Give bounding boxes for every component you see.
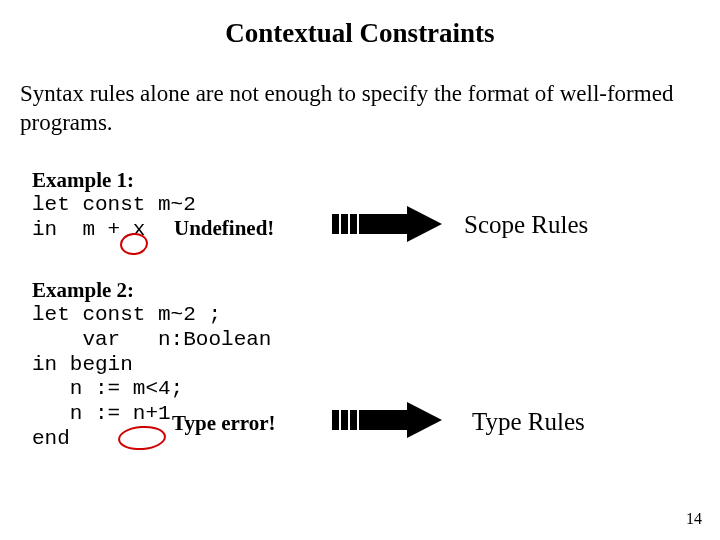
example-1: Example 1: let const m~2 in m + x: [32, 168, 196, 243]
slide: Contextual Constraints Syntax rules alon…: [0, 0, 720, 540]
svg-rect-7: [350, 410, 357, 430]
arrow-icon: [332, 400, 442, 444]
svg-rect-5: [332, 410, 339, 430]
scope-rules-label: Scope Rules: [464, 211, 588, 239]
circle-highlight-x: [119, 232, 149, 257]
type-rules-label: Type Rules: [472, 408, 585, 436]
svg-rect-3: [359, 214, 407, 234]
example-2-label: Example 2:: [32, 278, 271, 303]
svg-marker-4: [407, 206, 442, 242]
svg-marker-9: [407, 402, 442, 438]
svg-rect-0: [332, 214, 339, 234]
svg-rect-6: [341, 410, 348, 430]
example-1-label: Example 1:: [32, 168, 196, 193]
example-1-annotation: Undefined!: [174, 216, 274, 241]
page-number: 14: [686, 510, 702, 528]
svg-rect-1: [341, 214, 348, 234]
intro-text: Syntax rules alone are not enough to spe…: [20, 80, 690, 138]
example-2-annotation: Type error!: [172, 411, 276, 436]
example-1-code: let const m~2 in m + x: [32, 193, 196, 243]
svg-rect-2: [350, 214, 357, 234]
svg-rect-8: [359, 410, 407, 430]
slide-title: Contextual Constraints: [0, 18, 720, 49]
arrow-icon: [332, 204, 442, 248]
